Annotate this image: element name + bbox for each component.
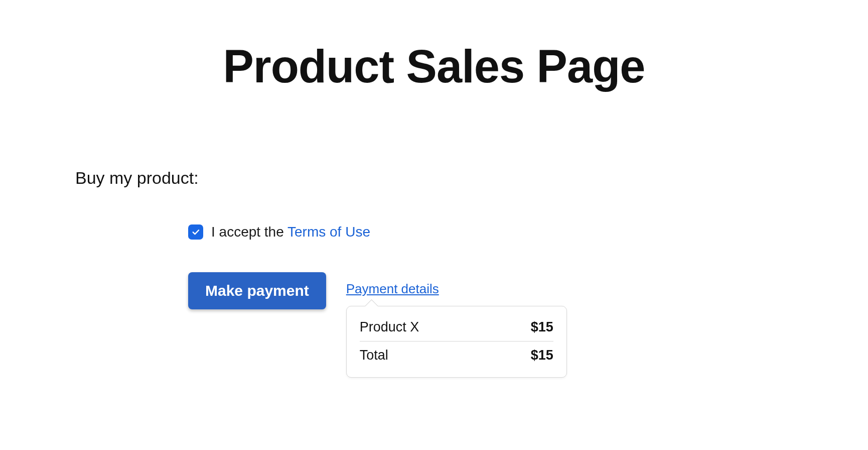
payment-details-link[interactable]: Payment details [346, 281, 439, 297]
terms-label: I accept the Terms of Use [211, 224, 370, 240]
page-title: Product Sales Page [75, 40, 793, 93]
terms-checkbox[interactable] [188, 224, 203, 240]
terms-of-use-link[interactable]: Terms of Use [287, 224, 370, 240]
terms-row: I accept the Terms of Use [188, 224, 793, 240]
total-label: Total [360, 348, 388, 363]
payment-details-popover: Product X $15 Total $15 [346, 306, 567, 378]
intro-text: Buy my product: [75, 168, 793, 188]
line-item-price: $15 [531, 319, 553, 335]
payment-details-section: Payment details Product X $15 Total $15 [346, 272, 567, 378]
action-row: Make payment Payment details Product X $… [188, 272, 793, 378]
total-row: Total $15 [360, 341, 553, 366]
check-icon [191, 228, 200, 237]
line-item: Product X $15 [360, 316, 553, 338]
total-price: $15 [531, 348, 553, 363]
make-payment-button[interactable]: Make payment [188, 272, 326, 309]
terms-label-prefix: I accept the [211, 224, 287, 240]
line-item-name: Product X [360, 319, 419, 335]
